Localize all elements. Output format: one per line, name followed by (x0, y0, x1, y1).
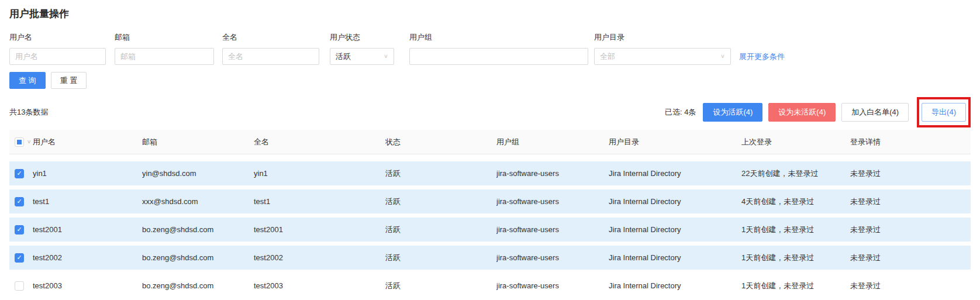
username-filter: 用户名 (9, 32, 106, 65)
table-cell: 活跃 (385, 168, 496, 179)
header-cell: 用户名 (33, 137, 142, 147)
reset-button[interactable]: 重 置 (51, 72, 87, 89)
table-cell: test2003 (254, 281, 385, 290)
fullname-filter-input[interactable] (222, 48, 319, 65)
directory-filter-label: 用户目录 (594, 32, 731, 43)
email-filter-label: 邮箱 (115, 32, 214, 43)
group-filter: 用户组 (409, 32, 588, 65)
table-cell: 未登录过 (850, 168, 971, 179)
table-row[interactable]: test2003bo.zeng@shdsd.comtest2003活跃jira-… (9, 274, 971, 298)
row-checkbox-cell: ✓ (9, 169, 33, 178)
table-row[interactable]: ✓test2002bo.zeng@shdsd.comtest2002活跃jira… (9, 246, 971, 270)
header-cell: 状态 (385, 137, 496, 147)
email-filter: 邮箱 (115, 32, 214, 65)
add-whitelist-button[interactable]: 加入白名单(4) (841, 103, 909, 122)
export-button[interactable]: 导出(4) (922, 103, 966, 122)
select-all-cell: ∨ (9, 137, 33, 147)
total-count-text: 共13条数据 (9, 107, 48, 118)
group-filter-label: 用户组 (409, 32, 588, 43)
batch-actions: 已选: 4条 设为活跃(4) 设为未活跃(4) 加入白名单(4) 导出(4) (665, 97, 971, 127)
directory-select[interactable]: 全部 ∨ (594, 48, 731, 65)
table-cell: xxx@shdsd.com (142, 197, 254, 206)
users-table: ∨ 用户名邮箱全名状态用户组用户目录上次登录登录详情 ✓yin1yin@shds… (9, 130, 971, 298)
annotation-highlight-box: 导出(4) (917, 97, 971, 127)
table-cell: 1天前创建，未登录过 (741, 281, 850, 291)
table-cell: test2002 (254, 253, 385, 262)
table-cell: test2001 (254, 225, 385, 234)
chevron-down-icon: ∨ (720, 54, 725, 59)
table-cell: Jira Internal Directory (609, 197, 741, 206)
selection-dropdown-caret-icon[interactable]: ∨ (27, 139, 31, 144)
directory-select-value: 全部 (600, 51, 615, 62)
row-checkbox[interactable]: ✓ (15, 225, 24, 235)
table-cell: yin1 (33, 169, 142, 178)
email-filter-input[interactable] (115, 48, 214, 65)
table-cell: test2002 (33, 253, 142, 262)
expand-more-conditions-link[interactable]: 展开更多条件 (739, 51, 785, 62)
table-cell: 1天前创建，未登录过 (741, 225, 850, 235)
table-row[interactable]: ✓test1xxx@shdsd.comtest1活跃jira-software-… (9, 189, 971, 213)
table-cell: test1 (33, 197, 142, 206)
header-cell: 全名 (254, 137, 385, 147)
fullname-filter-label: 全名 (222, 32, 319, 43)
row-checkbox[interactable] (15, 281, 24, 291)
table-cell: 未登录过 (850, 196, 971, 207)
group-filter-input[interactable] (409, 48, 588, 65)
table-cell: 活跃 (385, 281, 496, 291)
status-select[interactable]: 活跃 ∨ (330, 48, 394, 65)
header-cell: 用户组 (496, 137, 609, 147)
table-cell: test1 (254, 197, 385, 206)
row-checkbox-cell: ✓ (9, 225, 33, 235)
table-cell: Jira Internal Directory (609, 169, 741, 178)
table-cell: bo.zeng@shdsd.com (142, 225, 254, 234)
table-cell: Jira Internal Directory (609, 225, 741, 234)
table-cell: jira-software-users (496, 169, 609, 178)
table-cell: 活跃 (385, 253, 496, 263)
row-checkbox[interactable]: ✓ (15, 197, 24, 206)
table-cell: 22天前创建，未登录过 (741, 168, 850, 179)
table-cell: Jira Internal Directory (609, 253, 741, 262)
table-toolbar: 共13条数据 已选: 4条 设为活跃(4) 设为未活跃(4) 加入白名单(4) … (9, 97, 971, 127)
status-select-value: 活跃 (336, 51, 351, 62)
header-cell: 登录详情 (850, 137, 971, 147)
table-row[interactable]: ✓yin1yin@shdsd.comyin1活跃jira-software-us… (9, 161, 971, 185)
table-cell: bo.zeng@shdsd.com (142, 281, 254, 290)
status-filter: 用户状态 活跃 ∨ (330, 32, 394, 65)
row-checkbox-cell (9, 281, 33, 291)
table-row[interactable]: ✓test2001bo.zeng@shdsd.comtest2001活跃jira… (9, 218, 971, 242)
table-header-row: ∨ 用户名邮箱全名状态用户组用户目录上次登录登录详情 (9, 130, 971, 154)
search-actions: 查 询 重 置 (9, 72, 971, 89)
table-cell: 活跃 (385, 196, 496, 207)
status-filter-label: 用户状态 (330, 32, 394, 43)
table-cell: 未登录过 (850, 281, 971, 291)
directory-filter: 用户目录 全部 ∨ (594, 32, 731, 65)
table-cell: yin@shdsd.com (142, 169, 254, 178)
username-filter-input[interactable] (9, 48, 106, 65)
page-title: 用户批量操作 (9, 7, 971, 20)
selected-count-text: 已选: 4条 (665, 107, 696, 118)
row-checkbox[interactable]: ✓ (15, 169, 24, 178)
set-active-button[interactable]: 设为活跃(4) (703, 103, 762, 122)
table-cell: 未登录过 (850, 225, 971, 235)
search-button[interactable]: 查 询 (9, 72, 46, 89)
table-cell: test2001 (33, 225, 142, 234)
username-filter-label: 用户名 (9, 32, 106, 43)
table-cell: yin1 (254, 169, 385, 178)
table-cell: jira-software-users (496, 197, 609, 206)
table-cell: test2003 (33, 281, 142, 290)
table-cell: 活跃 (385, 225, 496, 235)
row-checkbox-cell: ✓ (9, 253, 33, 263)
table-cell: jira-software-users (496, 253, 609, 262)
table-cell: 1天前创建，未登录过 (741, 253, 850, 263)
table-cell: 4天前创建，未登录过 (741, 196, 850, 207)
header-cell: 邮箱 (142, 137, 254, 147)
row-checkbox[interactable]: ✓ (15, 253, 24, 263)
row-checkbox-cell: ✓ (9, 197, 33, 206)
fullname-filter: 全名 (222, 32, 319, 65)
select-all-checkbox[interactable] (15, 137, 24, 147)
table-cell: 未登录过 (850, 253, 971, 263)
user-batch-operations-page: 用户批量操作 用户名 邮箱 全名 用户状态 活跃 ∨ 用户组 用户目录 (0, 0, 980, 298)
table-cell: jira-software-users (496, 225, 609, 234)
header-cell: 上次登录 (741, 137, 850, 147)
set-inactive-button[interactable]: 设为未活跃(4) (768, 103, 836, 122)
